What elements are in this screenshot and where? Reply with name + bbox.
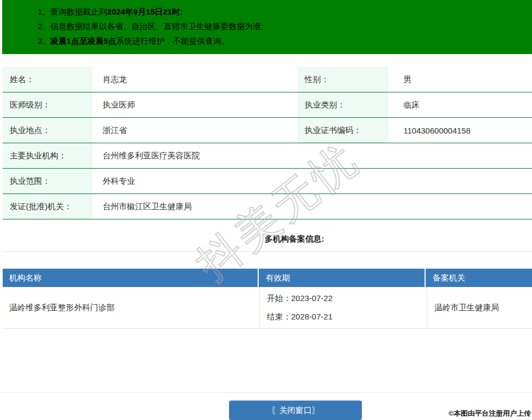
field-label-practice-scope: 执业范围： xyxy=(3,169,92,194)
field-value-issuing-authority: 台州市椒江区卫生健康局 xyxy=(92,194,532,219)
records-table: 机构名称 有效期 备案机关 温岭维多利亚整形外科门诊部 开始：2023-07-2… xyxy=(3,269,532,329)
table-row: 发证(批准)机关： 台州市椒江区卫生健康局 xyxy=(3,194,532,219)
field-label-main-institution: 主要执业机构： xyxy=(3,143,92,168)
close-window-button[interactable]: 〖关闭窗口〗 xyxy=(229,401,362,420)
table-row: 主要执业机构： 台州维多利亚医疗美容医院 xyxy=(3,143,532,169)
table-row: 温岭维多利亚整形外科门诊部 开始：2023-07-22 结束：2028-07-2… xyxy=(3,287,532,329)
field-value-certificate-number: 110430600004158 xyxy=(388,118,532,143)
field-value-practice-category: 临床 xyxy=(388,92,532,117)
field-value-doctor-level: 执业医师 xyxy=(92,92,298,117)
divider-line xyxy=(0,392,532,393)
cell-institution-name: 温岭维多利亚整形外科门诊部 xyxy=(3,287,260,328)
table-row: 执业地点： 浙江省 执业证书编码： 110430600004158 xyxy=(3,118,532,143)
doctor-profile-table: 姓名： 肖志龙 性别： 男 医师级别： 执业医师 执业类别： 临床 执业地点： … xyxy=(3,67,532,219)
cell-validity-period: 开始：2023-07-22 结束：2028-07-21 xyxy=(260,287,427,328)
field-label-certificate-number: 执业证书编码： xyxy=(298,118,388,143)
validity-start: 开始：2023-07-22 xyxy=(267,289,333,308)
field-label-doctor-level: 医师级别： xyxy=(3,92,92,117)
field-label-practice-location: 执业地点： xyxy=(3,118,92,143)
cell-filing-authority: 温岭市卫生健康局 xyxy=(427,287,532,328)
notice-line-2: 2、信息数据结果以各省、自治区、直辖市卫生健康委数据为准; xyxy=(38,19,532,34)
field-label-gender: 性别： xyxy=(298,67,388,92)
table-row: 医师级别： 执业医师 执业类别： 临床 xyxy=(3,92,532,118)
table-row: 姓名： 肖志龙 性别： 男 xyxy=(3,67,532,92)
field-label-name: 姓名： xyxy=(3,67,92,92)
section-title-multi-institution: 多机构备案信息: xyxy=(3,234,532,244)
validity-dates: 开始：2023-07-22 结束：2028-07-21 xyxy=(267,289,333,326)
column-header-validity: 有效期 xyxy=(259,269,426,287)
field-value-main-institution: 台州维多利亚医疗美容医院 xyxy=(92,143,532,168)
notice-banner: 1、查询数据截止到2024年9月15日21时; 2、信息数据结果以各省、自治区、… xyxy=(2,0,532,54)
field-value-gender: 男 xyxy=(388,67,532,92)
platform-credit-watermark: ©本图由平台注册用户上传 xyxy=(448,409,531,418)
notice-line-3: 3、凌晨1点至凌晨5点系统进行维护，不能提供查询。 xyxy=(38,34,532,48)
column-header-institution: 机构名称 xyxy=(3,269,259,287)
column-header-filing-authority: 备案机关 xyxy=(426,269,532,287)
table-row: 执业范围： 外科专业 xyxy=(3,169,532,194)
validity-end: 结束：2028-07-21 xyxy=(267,308,333,326)
notice-line-1: 1、查询数据截止到2024年9月15日21时; xyxy=(38,4,532,19)
records-table-header: 机构名称 有效期 备案机关 xyxy=(3,269,532,287)
field-value-practice-scope: 外科专业 xyxy=(92,169,532,194)
divider-line xyxy=(3,251,532,252)
field-value-name: 肖志龙 xyxy=(92,67,298,92)
field-label-practice-category: 执业类别： xyxy=(298,92,388,117)
field-value-practice-location: 浙江省 xyxy=(92,118,298,143)
field-label-issuing-authority: 发证(批准)机关： xyxy=(3,194,92,219)
